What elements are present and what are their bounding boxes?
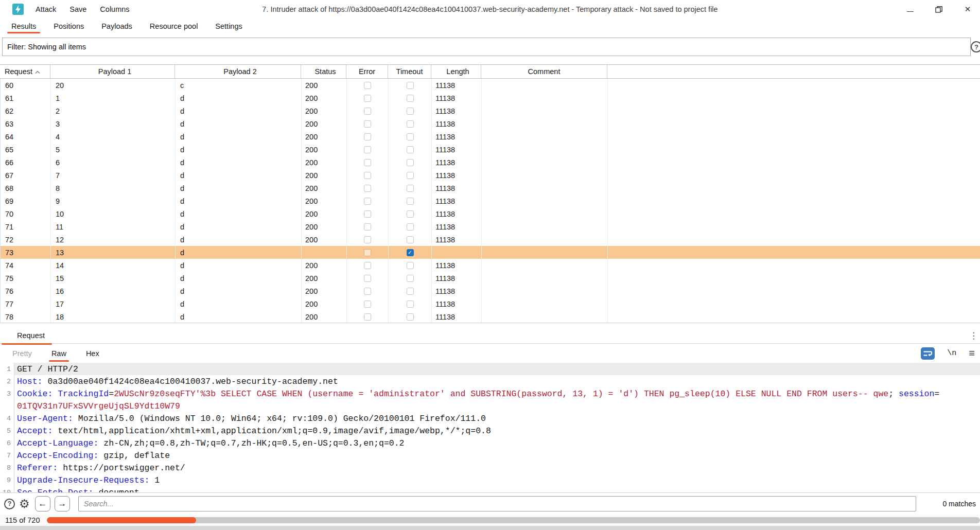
timeout-checkbox[interactable] — [407, 133, 414, 140]
view-tab-hex[interactable]: Hex — [76, 344, 109, 363]
view-tab-raw[interactable]: Raw — [42, 344, 76, 363]
table-row[interactable]: 666d20011138 — [1, 156, 980, 169]
menu-item-attack[interactable]: Attack — [30, 3, 62, 15]
error-checkbox[interactable] — [364, 236, 371, 243]
table-row[interactable]: 677d20011138 — [1, 169, 980, 182]
timeout-checkbox[interactable] — [407, 82, 414, 89]
error-checkbox[interactable] — [364, 95, 371, 102]
timeout-checkbox[interactable] — [407, 120, 414, 128]
table-row[interactable]: 655d20011138 — [1, 143, 980, 156]
column-header-status[interactable]: Status — [301, 65, 346, 78]
timeout-checkbox[interactable] — [407, 313, 414, 321]
table-row[interactable]: 633d20011138 — [1, 117, 980, 130]
timeout-checkbox[interactable] — [407, 210, 414, 218]
cell-error — [347, 310, 389, 323]
next-match-button[interactable]: → — [55, 496, 70, 511]
error-checkbox[interactable] — [364, 275, 371, 282]
timeout-checkbox[interactable] — [407, 223, 414, 231]
minimize-icon — [907, 11, 914, 12]
restore-button[interactable] — [935, 5, 943, 13]
table-row[interactable]: 7515d20011138 — [1, 272, 980, 285]
error-checkbox[interactable] — [364, 185, 371, 192]
timeout-checkbox[interactable] — [407, 95, 414, 102]
error-checkbox[interactable] — [364, 198, 371, 205]
error-checkbox[interactable] — [364, 172, 371, 179]
table-row[interactable]: 7111d20011138 — [1, 220, 980, 233]
table-row[interactable]: 644d20011138 — [1, 130, 980, 143]
view-tab-pretty[interactable]: Pretty — [3, 344, 42, 363]
error-checkbox[interactable] — [364, 288, 371, 295]
tab-settings[interactable]: Settings — [208, 19, 249, 34]
timeout-checkbox[interactable] — [407, 262, 414, 269]
column-header-comment[interactable]: Comment — [481, 65, 607, 78]
error-checkbox[interactable] — [364, 262, 371, 269]
filter-bar[interactable]: Filter: Showing all items — [2, 38, 971, 56]
tab-payloads[interactable]: Payloads — [94, 19, 139, 34]
search-settings-gear-icon[interactable]: ⚙ — [19, 498, 30, 510]
table-row[interactable]: 622d20011138 — [1, 104, 980, 117]
timeout-checkbox[interactable] — [407, 301, 414, 308]
column-header-error[interactable]: Error — [346, 65, 388, 78]
error-checkbox[interactable] — [364, 146, 371, 153]
word-wrap-toggle-icon[interactable] — [921, 347, 935, 360]
request-line: 10Sec-Fetch-Dest: document — [0, 486, 980, 492]
help-icon[interactable]: ? — [971, 41, 980, 52]
timeout-checkbox[interactable] — [407, 185, 414, 192]
minimize-button[interactable] — [906, 5, 914, 13]
column-header-timeout[interactable]: Timeout — [388, 65, 431, 78]
table-row[interactable]: 7414d20011138 — [1, 259, 980, 272]
close-button[interactable]: ✕ — [964, 5, 972, 13]
error-checkbox[interactable] — [364, 120, 371, 128]
error-checkbox[interactable] — [364, 313, 371, 321]
error-checkbox[interactable] — [364, 301, 371, 308]
cell-payload1: 8 — [51, 182, 176, 195]
timeout-checkbox[interactable] — [407, 159, 414, 166]
timeout-checkbox[interactable] — [407, 236, 414, 243]
editor-menu-icon[interactable]: ≡ — [969, 347, 975, 359]
search-help-icon[interactable]: ? — [4, 499, 15, 509]
menu-item-save[interactable]: Save — [64, 3, 92, 15]
column-header-length[interactable]: Length — [431, 65, 481, 78]
table-row[interactable]: 611d20011138 — [1, 92, 980, 104]
timeout-checkbox[interactable] — [407, 146, 414, 153]
previous-match-button[interactable]: ← — [35, 496, 50, 511]
table-row[interactable]: 688d20011138 — [1, 182, 980, 195]
request-editor[interactable]: 1GET / HTTP/22Host: 0a3d00ae040f1424c08e… — [0, 363, 980, 492]
column-header-request[interactable]: Request — [0, 65, 50, 78]
menu-item-columns[interactable]: Columns — [94, 3, 135, 15]
line-number: 3 — [0, 387, 14, 400]
error-checkbox[interactable] — [364, 108, 371, 115]
table-row[interactable]: 7717d20011138 — [1, 297, 980, 310]
cell-error — [347, 207, 389, 220]
panel-splitter[interactable] — [0, 323, 980, 328]
error-checkbox[interactable] — [364, 133, 371, 140]
error-checkbox[interactable] — [364, 82, 371, 89]
table-row[interactable]: 7212d20011138 — [1, 233, 980, 246]
timeout-checkbox[interactable] — [407, 108, 414, 115]
request-tab[interactable]: Request — [17, 331, 45, 341]
tab-positions[interactable]: Positions — [46, 19, 91, 34]
timeout-checkbox[interactable] — [407, 288, 414, 295]
column-header-payload-2[interactable]: Payload 2 — [175, 65, 301, 78]
tab-resource-pool[interactable]: Resource pool — [143, 19, 205, 34]
timeout-checkbox[interactable] — [407, 172, 414, 179]
error-checkbox[interactable] — [364, 249, 371, 256]
table-row[interactable]: 6020c20011138 — [1, 79, 980, 92]
timeout-checkbox[interactable] — [407, 275, 414, 282]
error-checkbox[interactable] — [364, 223, 371, 231]
timeout-checkbox[interactable] — [407, 198, 414, 205]
table-row[interactable]: 7818d20011138 — [1, 310, 980, 323]
more-options-icon[interactable]: ⋮ — [969, 330, 978, 341]
timeout-checkbox[interactable]: ✓ — [407, 249, 414, 256]
table-row[interactable]: 7010d20011138 — [1, 207, 980, 220]
table-row[interactable]: 7616d20011138 — [1, 285, 980, 297]
search-input[interactable] — [78, 496, 916, 511]
error-checkbox[interactable] — [364, 159, 371, 166]
show-newlines-icon[interactable]: \n — [947, 349, 956, 358]
table-row[interactable]: 7313d✓ — [1, 246, 980, 259]
tab-results[interactable]: Results — [4, 19, 43, 34]
cell-status: 200 — [302, 272, 347, 285]
table-row[interactable]: 699d20011138 — [1, 195, 980, 207]
error-checkbox[interactable] — [364, 210, 371, 218]
column-header-payload-1[interactable]: Payload 1 — [50, 65, 175, 78]
